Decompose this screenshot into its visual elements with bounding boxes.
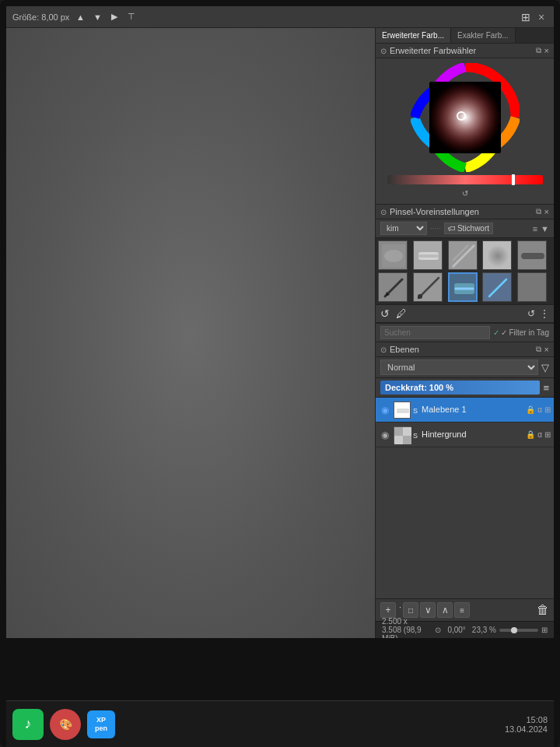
arrow-down-icon[interactable]: ▼ bbox=[91, 11, 103, 23]
layers-panel-icon[interactable]: ⊙ bbox=[380, 345, 387, 354]
stichwort-icon: 🏷 bbox=[448, 224, 456, 233]
layer-thumbnail-malebene bbox=[394, 402, 411, 419]
layer-alpha-malebene[interactable]: α bbox=[537, 405, 542, 414]
close-icon[interactable]: × bbox=[535, 11, 548, 23]
color-wheel[interactable] bbox=[411, 63, 520, 172]
search-input[interactable] bbox=[380, 326, 490, 339]
brush-grid-row2 bbox=[376, 272, 554, 304]
taskbar-app-other[interactable]: 🎨 bbox=[50, 709, 81, 740]
canvas-area[interactable] bbox=[6, 28, 375, 638]
color-panel-expand-icon[interactable]: ⧉ bbox=[536, 46, 541, 55]
brush-item-1[interactable] bbox=[378, 240, 408, 270]
layer-item-hintergrund[interactable]: ◉ S Hintergrund 🔒 bbox=[376, 423, 554, 447]
svg-point-23 bbox=[418, 294, 422, 299]
layout-icon[interactable]: ⊞ bbox=[520, 11, 532, 23]
layers-close-btn[interactable]: × bbox=[544, 345, 549, 354]
layers-menu-icon[interactable]: ≡ bbox=[543, 382, 549, 394]
layers-panel-controls: ⧉ × bbox=[536, 345, 549, 354]
opacity-bar[interactable]: Deckkraft: 100 % bbox=[380, 381, 540, 395]
layer-up-btn[interactable]: ∧ bbox=[437, 602, 453, 618]
arrow-up-icon[interactable]: ▲ bbox=[74, 11, 86, 23]
brush-icon[interactable]: ▶ bbox=[108, 11, 121, 23]
delete-layer-icon[interactable]: 🗑 bbox=[537, 603, 549, 616]
layer-delete-group: 🗑 bbox=[537, 603, 549, 617]
brush-item-9[interactable] bbox=[482, 272, 512, 302]
layer-tool-group: · □ ∨ ∧ ≡ bbox=[399, 602, 470, 618]
zoom-thumb bbox=[511, 627, 517, 633]
color-wheel-section: ↺ bbox=[376, 58, 554, 204]
brush-menu-icon[interactable]: ▼ bbox=[541, 224, 549, 233]
layer-group-btn[interactable]: □ bbox=[403, 602, 418, 618]
svg-point-15 bbox=[487, 245, 509, 267]
brush-item-10[interactable] bbox=[517, 272, 547, 302]
layer-item-malebene[interactable]: ◉ S Malebene 1 🔒 α bbox=[376, 398, 554, 423]
tab-exakter-farb[interactable]: Exakter Farb... bbox=[451, 28, 516, 43]
opacity-label: Deckkraft: 100 % bbox=[385, 383, 453, 392]
brush-panel-close-btn[interactable]: × bbox=[544, 207, 549, 216]
layers-toolbar: Normal ▽ bbox=[376, 357, 554, 378]
layer-extra-malebene[interactable]: ⊞ bbox=[544, 405, 551, 414]
brush-tag-button[interactable]: 🏷 Stichwort bbox=[444, 223, 493, 234]
brush-toolbar: kim ····· 🏷 Stichwort ≡ ▼ bbox=[376, 219, 554, 238]
color-wheel-svg bbox=[411, 63, 520, 172]
blend-mode-dropdown[interactable]: Normal bbox=[380, 359, 538, 375]
main-area: Erweiterter Farb... Exakter Farb... ⊙ Er… bbox=[6, 28, 554, 638]
brush-category-dropdown[interactable]: kim bbox=[380, 222, 427, 235]
color-panel-header: ⊙ Erweiterter Farbwähler ⧉ × bbox=[376, 44, 554, 58]
color-panel-close-btn[interactable]: × bbox=[544, 46, 549, 55]
brush-item-6[interactable] bbox=[378, 272, 408, 302]
brush-item-8[interactable] bbox=[448, 272, 478, 302]
xppen-app-icon: XPpen bbox=[95, 716, 107, 733]
search-row: ✓ ✓ Filter in Tag bbox=[376, 323, 554, 342]
brush-bottom-icon2[interactable]: 🖊 bbox=[396, 307, 407, 320]
layer-extra-hintergrund[interactable]: ⊞ bbox=[544, 430, 551, 439]
layer-alpha-hintergrund[interactable]: α bbox=[537, 430, 542, 439]
brush-panel-header: ⊙ Pinsel-Voreinstellungen ⧉ × bbox=[376, 204, 554, 219]
other-app-icon: 🎨 bbox=[59, 718, 72, 731]
brush-drag-icon[interactable]: ⋮ bbox=[540, 308, 549, 319]
svg-point-7 bbox=[384, 250, 403, 262]
taskbar-app-xppen[interactable]: XPpen bbox=[87, 710, 115, 738]
spotify-icon: ♪ bbox=[25, 716, 32, 732]
brush-bottom-icon1[interactable]: ↺ bbox=[380, 307, 390, 320]
tab-erweiterter-farb[interactable]: Erweiterter Farb... bbox=[376, 28, 451, 43]
taskbar-time: 15:08 bbox=[505, 715, 548, 724]
color-gradient-slider[interactable] bbox=[512, 174, 515, 185]
layer-align-btn[interactable]: ≡ bbox=[454, 602, 470, 618]
monitor-bezel: XP-PEN Größe: 8,00 px ▲ ▼ ▶ ⊤ ⊞ × bbox=[0, 0, 560, 747]
crop-icon[interactable]: ⊤ bbox=[125, 11, 138, 23]
color-reset-icon[interactable]: ↺ bbox=[462, 189, 468, 198]
layers-expand-icon[interactable]: ⧉ bbox=[536, 345, 541, 354]
brush-panel-right-icons: ≡ ▼ bbox=[533, 224, 549, 233]
add-layer-btn[interactable]: + bbox=[380, 602, 396, 618]
brush-refresh-icon[interactable]: ↺ bbox=[527, 308, 535, 319]
layer-down-btn[interactable]: ∨ bbox=[420, 602, 436, 618]
brush-item-7[interactable] bbox=[413, 272, 443, 302]
layer-lock-hintergrund[interactable]: 🔒 bbox=[526, 430, 535, 439]
brush-item-2[interactable] bbox=[413, 240, 443, 270]
color-panel-refresh-icon[interactable]: ⊙ bbox=[380, 47, 387, 55]
zoom-slider[interactable] bbox=[499, 629, 538, 632]
layer-lock-malebene[interactable]: 🔒 bbox=[526, 405, 535, 414]
layer-new-group-icon[interactable]: · bbox=[399, 602, 401, 618]
svg-rect-31 bbox=[397, 409, 409, 413]
layer-thumbnail-hintergrund bbox=[394, 426, 411, 444]
taskbar-app-spotify[interactable]: ♪ bbox=[12, 709, 44, 740]
brush-item-5[interactable] bbox=[517, 240, 547, 270]
brush-panel-expand-icon[interactable]: ⧉ bbox=[536, 207, 541, 216]
brush-item-3[interactable] bbox=[448, 240, 478, 270]
filter-tag-label: ✓ ✓ Filter in Tag bbox=[493, 328, 549, 337]
layer-visibility-malebene[interactable]: ◉ bbox=[379, 404, 391, 416]
brush-panel-icon[interactable]: ⊙ bbox=[380, 208, 387, 216]
color-gradient-bar[interactable] bbox=[387, 175, 543, 184]
layers-filter-icon[interactable]: ▽ bbox=[541, 362, 549, 374]
layers-list: ◉ S Malebene 1 🔒 α bbox=[376, 398, 554, 598]
brush-grid-row1 bbox=[376, 238, 554, 272]
brush-item-4[interactable] bbox=[482, 240, 512, 270]
fullscreen-icon[interactable]: ⊞ bbox=[541, 626, 548, 634]
color-panel-title: Erweiterter Farbwähler bbox=[390, 46, 533, 55]
brush-size-label: Größe: 8,00 px bbox=[12, 12, 69, 22]
layer-visibility-hintergrund[interactable]: ◉ bbox=[379, 429, 391, 441]
brush-list-icon[interactable]: ≡ bbox=[533, 224, 537, 233]
svg-rect-17 bbox=[521, 253, 544, 259]
